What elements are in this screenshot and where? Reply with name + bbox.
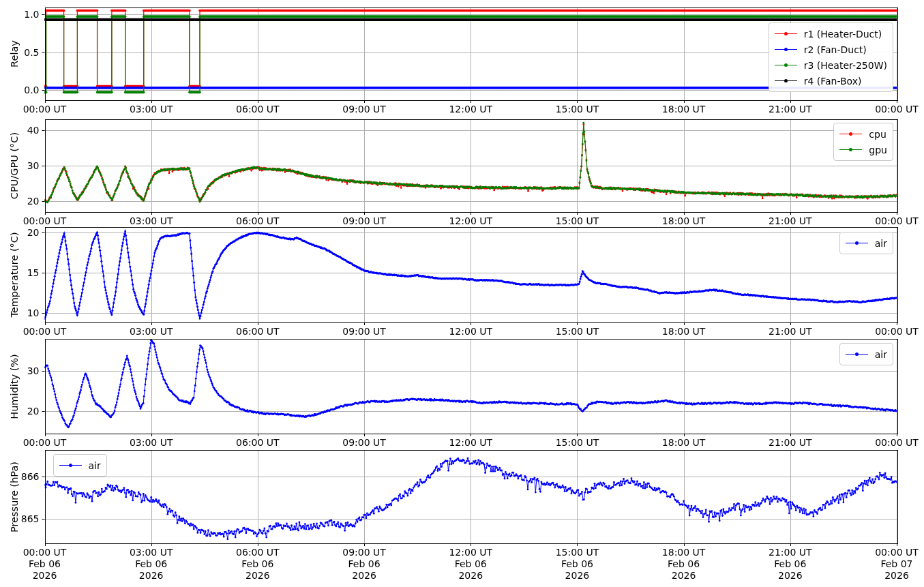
x-tick-year: 2026 <box>23 570 67 582</box>
x-tick-label: 00:00 UT <box>23 326 67 337</box>
legend-entry: r3 (Heater-250W) <box>775 57 887 73</box>
x-tick-label: 12:00 UT <box>449 437 492 449</box>
x-tick-label: 00:00 UT <box>875 215 919 227</box>
x-tick-year: 2026 <box>449 570 492 582</box>
x-tick-label: 15:00 UT <box>556 104 599 115</box>
x-tick-label: 18:00 UT <box>662 437 706 449</box>
y-tick-label: 866 <box>0 470 40 482</box>
legend-dot <box>849 148 852 151</box>
x-tick-time: 21:00 UT <box>769 437 812 449</box>
x-tick-year: 2026 <box>130 570 173 582</box>
legend-entry: cpu <box>839 126 887 142</box>
x-tick-time: 18:00 UT <box>662 104 706 115</box>
x-tick-time: 03:00 UT <box>130 437 173 449</box>
x-tick-time: 15:00 UT <box>556 547 599 558</box>
x-tick-time: 00:00 UT <box>23 547 67 558</box>
x-tick-label: 03:00 UTFeb 062026 <box>130 547 173 582</box>
x-tick-label: 15:00 UT <box>556 437 599 449</box>
x-tick-year: 2026 <box>769 570 812 582</box>
x-tick-year: 2026 <box>556 570 599 582</box>
legend-label: air <box>89 460 101 471</box>
y-tick-label: 30 <box>0 365 40 376</box>
x-tick-label: 15:00 UT <box>556 326 599 337</box>
legend-dot <box>849 132 852 136</box>
y-tick-label: 865 <box>0 513 40 524</box>
legend-pressure[interactable]: air <box>53 454 107 477</box>
legend-entry: air <box>59 457 101 473</box>
x-tick-label: 09:00 UT <box>342 326 386 337</box>
legend-cpu_gpu[interactable]: cpugpu <box>833 123 893 161</box>
legend-label: r4 (Fan-Box) <box>804 76 862 87</box>
legend-line-marker-icon <box>775 78 797 85</box>
legend-line-marker-icon <box>775 62 797 69</box>
y-tick-label: 30 <box>0 160 40 172</box>
x-tick-time: 00:00 UT <box>23 437 67 449</box>
x-tick-time: 00:00 UT <box>23 104 67 115</box>
x-tick-label: 09:00 UT <box>342 215 386 227</box>
x-tick-time: 12:00 UT <box>449 326 492 337</box>
x-tick-time: 00:00 UT <box>23 326 67 337</box>
x-tick-time: 06:00 UT <box>236 547 280 558</box>
x-tick-time: 09:00 UT <box>342 547 386 558</box>
x-tick-label: 18:00 UT <box>662 326 706 337</box>
x-tick-label: 03:00 UT <box>130 437 173 449</box>
legend-dot <box>784 48 788 51</box>
x-tick-time: 12:00 UT <box>449 215 492 227</box>
legend-temperature[interactable]: air <box>839 232 893 254</box>
x-tick-time: 00:00 UT <box>875 215 919 227</box>
legend-humidity[interactable]: air <box>839 343 893 365</box>
legend-line-marker-icon <box>839 131 862 138</box>
x-tick-label: 15:00 UTFeb 062026 <box>556 547 599 582</box>
x-tick-date: Feb 06 <box>662 558 706 570</box>
y-tick-label: 0.5 <box>0 46 40 58</box>
x-tick-date: Feb 06 <box>342 558 386 570</box>
x-tick-date: Feb 06 <box>236 558 280 570</box>
x-tick-year: 2026 <box>342 570 386 582</box>
legend-relay[interactable]: r1 (Heater-Duct)r2 (Fan-Duct)r3 (Heater-… <box>769 22 893 92</box>
x-tick-time: 18:00 UT <box>662 326 706 337</box>
y-tick-label: 40 <box>0 124 40 136</box>
x-tick-label: 18:00 UT <box>662 215 706 227</box>
x-tick-time: 15:00 UT <box>556 437 599 449</box>
x-tick-year: 2026 <box>875 570 919 582</box>
x-tick-label: 00:00 UTFeb 062026 <box>23 547 67 582</box>
x-tick-label: 06:00 UT <box>236 326 280 337</box>
x-tick-time: 12:00 UT <box>449 437 492 449</box>
legend-entry: air <box>846 346 887 362</box>
y-tick-label: 20 <box>0 196 40 207</box>
x-tick-time: 06:00 UT <box>236 104 280 115</box>
x-tick-label: 00:00 UT <box>23 437 67 449</box>
x-tick-year: 2026 <box>662 570 706 582</box>
x-tick-label: 12:00 UTFeb 062026 <box>449 547 492 582</box>
x-tick-time: 18:00 UT <box>662 215 706 227</box>
x-tick-time: 06:00 UT <box>236 215 280 227</box>
legend-label: gpu <box>869 145 887 155</box>
x-tick-time: 15:00 UT <box>556 326 599 337</box>
x-tick-label: 12:00 UT <box>449 104 492 115</box>
x-tick-time: 12:00 UT <box>449 104 492 115</box>
x-tick-label: 06:00 UT <box>236 104 280 115</box>
y-tick-label: 15 <box>0 267 40 279</box>
x-tick-label: 21:00 UT <box>769 104 812 115</box>
x-tick-time: 00:00 UT <box>875 104 919 115</box>
x-tick-time: 21:00 UT <box>769 215 812 227</box>
x-tick-label: 06:00 UT <box>236 437 280 449</box>
x-tick-date: Feb 06 <box>449 558 492 570</box>
x-tick-label: 12:00 UT <box>449 326 492 337</box>
x-tick-time: 09:00 UT <box>342 326 386 337</box>
legend-label: r2 (Fan-Duct) <box>804 44 867 55</box>
legend-line-marker-icon <box>846 351 868 358</box>
x-tick-time: 03:00 UT <box>130 104 173 115</box>
x-tick-label: 00:00 UTFeb 072026 <box>875 547 919 582</box>
x-tick-date: Feb 06 <box>130 558 173 570</box>
x-tick-date: Feb 07 <box>875 558 919 570</box>
x-tick-label: 00:00 UT <box>875 104 919 115</box>
x-tick-year: 2026 <box>236 570 280 582</box>
x-tick-label: 06:00 UT <box>236 215 280 227</box>
y-tick-label: 0.0 <box>0 85 40 96</box>
x-tick-time: 21:00 UT <box>769 547 812 558</box>
x-tick-time: 15:00 UT <box>556 215 599 227</box>
legend-line-marker-icon <box>775 46 797 53</box>
legend-line-marker-icon <box>59 462 82 469</box>
x-tick-time: 00:00 UT <box>875 326 919 337</box>
